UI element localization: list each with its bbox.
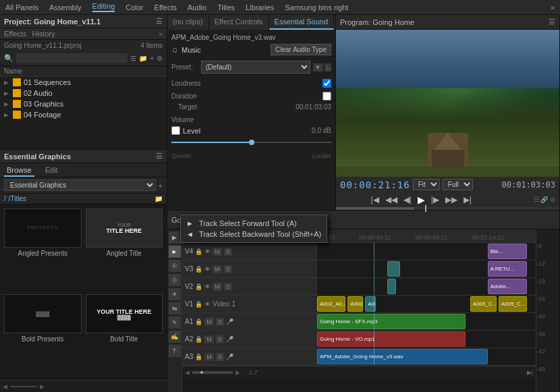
- effects-tab[interactable]: Effects: [4, 30, 26, 38]
- play-button[interactable]: ▶: [416, 194, 427, 206]
- path-titles[interactable]: /Titles: [9, 195, 26, 202]
- fit-select[interactable]: Fit: [413, 179, 440, 190]
- track-v3-m[interactable]: M: [213, 265, 222, 273]
- tooltip-item-1[interactable]: ► Track Select Forward Tool (A): [186, 218, 321, 229]
- file-item-audio[interactable]: ► 02 Audio: [0, 88, 167, 99]
- nav-titles[interactable]: Titles: [217, 3, 235, 11]
- prev-page-icon[interactable]: ◀: [3, 383, 7, 390]
- track-a1-s[interactable]: S: [216, 318, 224, 326]
- track-a3-content[interactable]: APM_Adobe_Going Home_v3.wav: [317, 348, 536, 365]
- track-v3-lock[interactable]: 🔒: [195, 266, 202, 273]
- clip-vo[interactable]: Going Home - VO.mp1: [317, 331, 466, 347]
- history-tab[interactable]: History: [32, 30, 55, 38]
- ripple-edit-tool[interactable]: ⎘: [169, 260, 181, 272]
- clip-a003[interactable]: A003...: [347, 296, 363, 312]
- track-v1-eye[interactable]: 👁: [204, 301, 211, 308]
- list-view-icon[interactable]: ☰: [130, 55, 136, 62]
- graphic-item-angled-title[interactable]: YOUR TITLE HERE Angled Title: [86, 208, 163, 290]
- graphics-preset-select[interactable]: Essential Graphics: [4, 179, 156, 191]
- track-toggle-s[interactable]: S: [224, 248, 232, 256]
- jump-start-button[interactable]: |◀: [368, 194, 381, 205]
- timeline-end-marker[interactable]: ▶|: [527, 369, 533, 376]
- clip-a-retu[interactable]: A RETU...: [488, 261, 527, 277]
- new-preset-icon[interactable]: +: [159, 181, 163, 190]
- monitor-menu-icon[interactable]: ☰: [549, 18, 555, 26]
- track-v2-content[interactable]: Adobe...: [317, 278, 536, 295]
- track-v1-content[interactable]: A002_A0... A003... A00... A005_C... A005…: [317, 296, 536, 312]
- tab-browse[interactable]: Browse: [4, 165, 34, 177]
- clip-a005-1[interactable]: A005_C...: [470, 296, 497, 312]
- tab-edit[interactable]: Edit: [43, 165, 61, 177]
- slip-tool[interactable]: ⇆: [169, 302, 181, 314]
- prev-frame-button[interactable]: ◀|: [401, 194, 414, 205]
- preset-down-icon[interactable]: ▼: [313, 63, 323, 72]
- file-item-sequences[interactable]: ► 01 Sequences: [0, 77, 167, 88]
- clip-v3-teal[interactable]: [387, 261, 400, 277]
- step-back-button[interactable]: ◀◀: [383, 194, 399, 205]
- track-v1-lock[interactable]: 🔒: [195, 301, 202, 308]
- panel-overflow-icon[interactable]: ☰: [334, 15, 335, 30]
- nav-color[interactable]: Color: [125, 3, 143, 11]
- preset-save-icon[interactable]: ↓: [325, 63, 332, 72]
- jump-end-button[interactable]: ▶|: [461, 194, 474, 205]
- rate-stretch-tool[interactable]: ⎙: [169, 274, 181, 286]
- preset-dropdown[interactable]: (Default): [201, 61, 310, 74]
- nav-libraries[interactable]: Libraries: [246, 3, 274, 11]
- clear-audio-type-button[interactable]: Clear Audio Type: [271, 44, 331, 55]
- selection-tool[interactable]: ▶: [169, 231, 181, 244]
- full-select[interactable]: Full: [443, 179, 473, 190]
- track-a1-m[interactable]: M: [204, 318, 214, 326]
- zoom-slider[interactable]: [10, 386, 37, 387]
- file-item-graphics[interactable]: ► 03 Graphics: [0, 99, 167, 109]
- clip-adobe[interactable]: Adobe...: [488, 279, 527, 294]
- panel-expand-icon[interactable]: »: [159, 30, 163, 38]
- razor-tool[interactable]: ✈: [169, 288, 181, 300]
- nav-effects[interactable]: Effects: [155, 3, 177, 11]
- nav-all-panels[interactable]: All Panels: [5, 3, 38, 11]
- track-v2-m[interactable]: M: [213, 283, 222, 291]
- timeline-zoom-in[interactable]: ▶: [235, 369, 240, 376]
- duration-checkbox[interactable]: [323, 92, 331, 101]
- track-a3-m[interactable]: M: [204, 353, 214, 361]
- next-page-icon[interactable]: ▶: [40, 383, 45, 390]
- track-lock-icon[interactable]: 🔒: [195, 248, 202, 255]
- step-forward-button[interactable]: ▶▶: [443, 194, 459, 205]
- track-v2-s[interactable]: S: [224, 283, 232, 291]
- nav-editing[interactable]: Editing: [92, 2, 115, 12]
- search-input[interactable]: [16, 53, 128, 63]
- folder-icon[interactable]: 📁: [139, 55, 147, 62]
- tooltip-item-2[interactable]: ◄ Track Select Backward Tool (Shift+A): [186, 229, 321, 240]
- track-a2-m[interactable]: M: [204, 335, 214, 343]
- project-menu-icon[interactable]: ☰: [156, 17, 163, 26]
- track-a2-lock[interactable]: 🔒: [195, 336, 202, 343]
- track-a1-lock[interactable]: 🔒: [195, 318, 202, 325]
- track-a2-content[interactable]: Going Home - VO.mp1: [317, 331, 536, 347]
- hand-tool[interactable]: ✍: [169, 331, 181, 343]
- timeline-zoom-out[interactable]: ◀: [185, 369, 190, 376]
- track-a3-s[interactable]: S: [216, 353, 224, 361]
- nav-samsung-bins[interactable]: Samsung bins right: [285, 3, 348, 11]
- nav-audio[interactable]: Audio: [188, 3, 206, 11]
- next-frame-button[interactable]: |▶: [429, 194, 441, 205]
- track-a3-lock[interactable]: 🔒: [195, 354, 202, 360]
- tab-effect-controls[interactable]: Effect Controls: [209, 15, 269, 30]
- track-eye-icon[interactable]: 👁: [204, 248, 211, 255]
- nav-overflow[interactable]: »: [551, 3, 555, 11]
- new-folder-icon[interactable]: 📁: [155, 195, 163, 202]
- level-checkbox[interactable]: [171, 126, 180, 135]
- graphics-menu-icon[interactable]: ☰: [156, 152, 163, 161]
- clip-bla[interactable]: Bla...: [488, 244, 527, 259]
- tab-essential-sound[interactable]: Essential Sound: [269, 15, 335, 30]
- track-v3-s[interactable]: S: [224, 265, 232, 273]
- text-tool[interactable]: T: [169, 345, 181, 357]
- loudness-checkbox[interactable]: [323, 79, 331, 88]
- track-v2-lock[interactable]: 🔒: [195, 283, 202, 290]
- clip-v2-teal[interactable]: [387, 279, 396, 294]
- track-v2-eye[interactable]: 👁: [204, 283, 211, 290]
- file-item-footage[interactable]: ► 04 Footage: [0, 109, 167, 120]
- clip-apm[interactable]: APM_Adobe_Going Home_v3.wav: [317, 349, 488, 364]
- track-v4-content[interactable]: Bla...: [317, 243, 536, 260]
- monitor-progress-bar[interactable]: [336, 207, 559, 210]
- tab-noclips[interactable]: (no clips): [167, 15, 209, 30]
- track-toggle-m[interactable]: M: [213, 248, 222, 256]
